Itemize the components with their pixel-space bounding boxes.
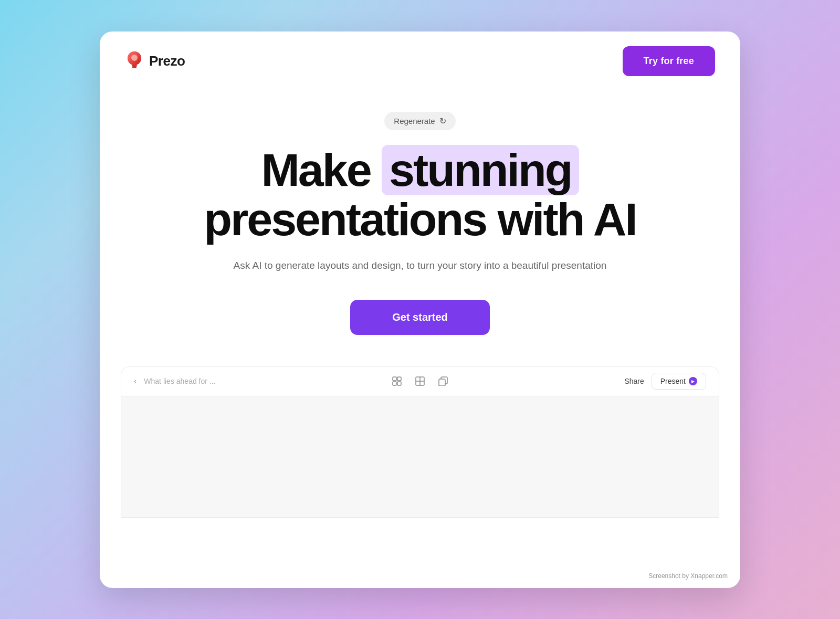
app-toolbar: ‹ What lies ahead for ... — [121, 367, 719, 396]
document-title: What lies ahead for ... — [144, 377, 215, 385]
table-icon[interactable] — [413, 374, 427, 389]
hero-section: Regenerate ↻ Make stunning presentations… — [100, 91, 740, 588]
toolbar-left: ‹ What lies ahead for ... — [134, 376, 216, 386]
logo-text: Prezo — [149, 53, 185, 69]
hero-title-line2: presentations with AI — [204, 193, 636, 245]
get-started-button[interactable]: Get started — [350, 300, 490, 335]
present-button[interactable]: Present ▶ — [652, 373, 706, 390]
toolbar-right: Share Present ▶ — [624, 373, 706, 390]
svg-rect-2 — [132, 65, 137, 67]
present-label: Present — [660, 377, 686, 385]
try-for-free-button[interactable]: Try for free — [623, 46, 715, 76]
app-preview: ‹ What lies ahead for ... — [121, 366, 719, 518]
regenerate-badge[interactable]: Regenerate ↻ — [384, 112, 455, 130]
layout-icon[interactable] — [390, 374, 404, 389]
watermark: Screenshot by Xnapper.com — [648, 572, 728, 580]
svg-rect-13 — [439, 379, 445, 386]
svg-rect-3 — [132, 67, 136, 68]
logo-icon — [125, 51, 144, 70]
hero-highlight-word: stunning — [382, 145, 579, 195]
present-play-icon: ▶ — [689, 377, 697, 385]
main-card: Prezo Try for free Regenerate ↻ Make stu… — [100, 32, 740, 588]
svg-rect-7 — [393, 382, 396, 385]
copy-icon[interactable] — [436, 374, 450, 389]
svg-point-4 — [131, 55, 138, 61]
back-chevron-icon[interactable]: ‹ — [134, 376, 136, 386]
regenerate-label: Regenerate — [394, 117, 435, 125]
regenerate-icon: ↻ — [439, 116, 446, 126]
app-content-area — [121, 396, 719, 517]
logo-area: Prezo — [125, 51, 185, 70]
toolbar-center — [390, 374, 450, 389]
hero-title-line1: Make stunning — [261, 144, 579, 196]
hero-title: Make stunning presentations with AI — [204, 145, 636, 244]
navbar: Prezo Try for free — [100, 32, 740, 91]
svg-rect-6 — [397, 377, 401, 381]
svg-rect-5 — [393, 377, 396, 381]
share-button[interactable]: Share — [624, 377, 644, 385]
hero-subtitle: Ask AI to generate layouts and design, t… — [234, 258, 607, 274]
svg-rect-8 — [397, 382, 401, 385]
